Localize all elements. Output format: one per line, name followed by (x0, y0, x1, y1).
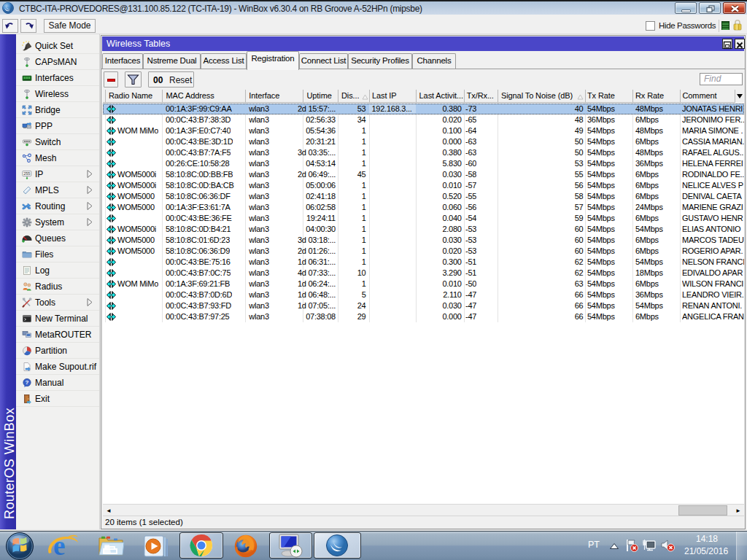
svg-text:?: ? (26, 379, 29, 386)
svg-text:e: e (53, 531, 65, 560)
svg-text:255: 255 (23, 171, 30, 176)
